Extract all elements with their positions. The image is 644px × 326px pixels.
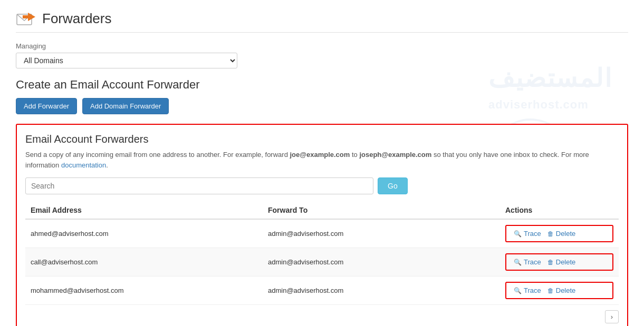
cell-email: mohammed@adviserhost.com (25, 276, 263, 305)
desc-email1: joe@example.com (290, 151, 350, 159)
delete-button[interactable]: 🗑 Delete (544, 228, 579, 239)
search-icon: 🔍 (514, 287, 522, 294)
pagination-next-button[interactable]: › (605, 310, 619, 323)
cell-actions: 🔍 Trace🗑 Delete (500, 248, 619, 276)
table-row: mohammed@adviserhost.comadmin@adviserhos… (25, 276, 619, 305)
trace-button[interactable]: 🔍 Trace (511, 256, 544, 268)
create-btn-row: Add Forwarder Add Domain Forwarder (16, 98, 628, 114)
trash-icon: 🗑 (547, 287, 554, 294)
forwarders-box-title: Email Account Forwarders (25, 133, 619, 145)
table-row: call@adviserhost.comadmin@adviserhost.co… (25, 248, 619, 276)
cell-email: ahmed@adviserhost.com (25, 219, 263, 248)
cell-forward: admin@adviserhost.com (263, 248, 500, 276)
documentation-link[interactable]: documentation (61, 161, 106, 169)
forwarders-icon (16, 11, 36, 27)
search-input[interactable] (25, 177, 373, 194)
table-header: Email Address Forward To Actions (25, 202, 619, 219)
managing-label: Managing (16, 42, 628, 50)
col-header-email: Email Address (25, 202, 263, 219)
page-title: Forwarders (42, 11, 111, 27)
desc-end: . (106, 161, 108, 169)
search-icon: 🔍 (514, 259, 522, 266)
col-header-forward: Forward To (263, 202, 500, 219)
go-button[interactable]: Go (378, 177, 408, 194)
cell-actions: 🔍 Trace🗑 Delete (500, 276, 619, 305)
cell-actions: 🔍 Trace🗑 Delete (500, 219, 619, 248)
forwarders-table: Email Address Forward To Actions ahmed@a… (25, 202, 619, 305)
pagination-row: › (25, 310, 619, 323)
add-forwarder-button[interactable]: Add Forwarder (16, 98, 77, 114)
actions-box: 🔍 Trace🗑 Delete (505, 225, 613, 242)
cell-forward: admin@adviserhost.com (263, 219, 500, 248)
delete-button[interactable]: 🗑 Delete (544, 256, 579, 268)
managing-section: Managing All Domains (16, 42, 628, 68)
actions-box: 🔍 Trace🗑 Delete (505, 253, 613, 271)
table-body: ahmed@adviserhost.comadmin@adviserhost.c… (25, 219, 619, 305)
trash-icon: 🗑 (547, 259, 554, 266)
trace-button[interactable]: 🔍 Trace (511, 285, 544, 296)
delete-button[interactable]: 🗑 Delete (544, 285, 579, 296)
col-header-actions: Actions (500, 202, 619, 219)
add-domain-forwarder-button[interactable]: Add Domain Forwarder (82, 98, 169, 114)
table-header-row: Email Address Forward To Actions (25, 202, 619, 219)
trace-button[interactable]: 🔍 Trace (511, 228, 544, 239)
desc-email2: joseph@example.com (359, 151, 431, 159)
desc-middle: to (350, 151, 359, 159)
trash-icon: 🗑 (547, 230, 554, 238)
search-row: Go (25, 177, 619, 194)
actions-box: 🔍 Trace🗑 Delete (505, 282, 613, 299)
desc-prefix: Send a copy of any incoming email from o… (25, 151, 290, 159)
forwarders-description: Send a copy of any incoming email from o… (25, 150, 619, 170)
forwarders-box: Email Account Forwarders Send a copy of … (16, 124, 628, 326)
cell-forward: admin@adviserhost.com (263, 276, 500, 305)
search-icon: 🔍 (514, 230, 522, 238)
cell-email: call@adviserhost.com (25, 248, 263, 276)
create-title: Create an Email Account Forwarder (16, 78, 628, 92)
page-header: Forwarders (16, 11, 628, 33)
domain-select[interactable]: All Domains (16, 53, 237, 68)
create-section: Create an Email Account Forwarder Add Fo… (16, 78, 628, 114)
table-row: ahmed@adviserhost.comadmin@adviserhost.c… (25, 219, 619, 248)
